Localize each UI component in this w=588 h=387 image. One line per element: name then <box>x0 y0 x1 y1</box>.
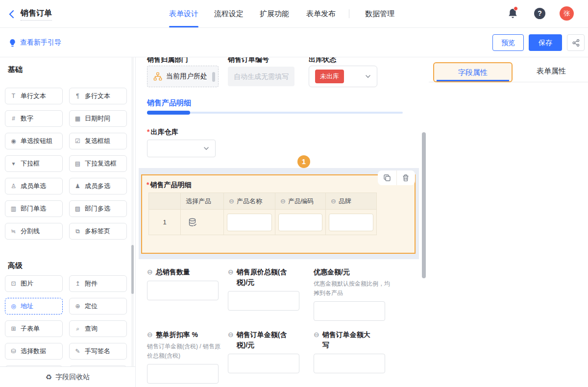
sidebar-item-image[interactable]: ⊡ 图片 <box>5 275 63 292</box>
sidebar-item-radio-group[interactable]: ◉ 单选按钮组 <box>5 133 63 149</box>
sidebar-item-dept-multi[interactable]: ▨ 部门多选 <box>69 200 127 217</box>
tab-field-properties[interactable]: 字段属性 <box>433 62 513 82</box>
save-button[interactable]: 保存 <box>529 34 562 51</box>
subform-column-header[interactable]: ⊖产品名称 <box>224 193 275 210</box>
discount-amount-input[interactable] <box>314 301 385 321</box>
section-divider-title[interactable]: 销售产品明细 <box>147 98 191 108</box>
canvas-scrollbar-thumb[interactable] <box>422 132 426 278</box>
field-discount-amount[interactable]: 优惠金额/元 优惠金额默认按金额比例，均摊到各产品 <box>314 267 398 321</box>
back-button[interactable] <box>8 10 16 19</box>
field-total-qty[interactable]: ⊖总销售数量 <box>147 267 231 300</box>
sidebar-item-select-data[interactable]: ⛁ 选择数据 <box>5 343 63 360</box>
order-amount-input[interactable] <box>228 354 299 373</box>
field-description: 优惠金额默认按金额比例，均摊到各产品 <box>314 279 393 298</box>
database-icon <box>188 218 197 227</box>
tab-form-publish[interactable]: 表单发布 <box>306 0 336 27</box>
formula-icon: ⊖ <box>147 267 153 277</box>
brand-cell-input[interactable] <box>329 214 373 231</box>
subform-column-header[interactable]: 选择产品 <box>181 193 224 210</box>
sidebar-item-address[interactable]: ◎ 地址 <box>5 298 63 314</box>
sidebar-item-member-multi[interactable]: ♟ 成员多选 <box>69 178 127 194</box>
discount-rate-input[interactable] <box>147 364 219 384</box>
order-no-field[interactable]: 自动生成无需填写 <box>228 67 294 86</box>
dept-field-label: 销售归属部门 <box>147 57 188 65</box>
sidebar-item-query[interactable]: ⌕ 查询 <box>69 320 127 337</box>
subform-copy-button[interactable] <box>378 170 396 185</box>
warehouse-select[interactable] <box>147 140 216 157</box>
sidebar-item-subform[interactable]: ⊞ 子表单 <box>5 320 63 337</box>
subform-label: *销售产品明细 <box>147 181 191 190</box>
subform-column-header[interactable]: ⊖品牌 <box>326 193 377 210</box>
member-single-icon: ♙ <box>10 183 17 190</box>
select-product-cell[interactable] <box>181 210 224 235</box>
sidebar-item-single-line-text[interactable]: T 单行文本 <box>5 88 63 104</box>
chevron-down-icon <box>203 145 209 151</box>
sidebar-item-attachment[interactable]: ↥ 附件 <box>69 275 127 292</box>
divider-progress-fill <box>147 111 190 115</box>
query-icon: ⌕ <box>74 325 81 332</box>
sidebar-item-dept-single[interactable]: ▥ 部门单选 <box>5 200 63 217</box>
page-title[interactable]: 销售订单 <box>21 8 52 21</box>
sidebar-scrollbar-track[interactable] <box>131 57 134 387</box>
product-name-cell-input[interactable] <box>227 214 272 231</box>
total-qty-input[interactable] <box>147 281 219 300</box>
tab-flow-settings[interactable]: 流程设定 <box>214 0 244 27</box>
tab-data-management[interactable]: 数据管理 <box>365 0 394 27</box>
sidebar-item-select[interactable]: ▾ 下拉框 <box>5 155 63 172</box>
sidebar-item-number[interactable]: # 数字 <box>5 110 63 127</box>
chevron-left-icon <box>8 10 16 19</box>
field-recycle-bin[interactable]: ♻ 字段回收站 <box>0 366 135 387</box>
stock-status-select[interactable]: 未出库 <box>309 66 377 87</box>
field-amount-in-words[interactable]: ⊖销售订单金额大写 <box>314 330 398 373</box>
multi-line-text-icon: ¶ <box>74 93 81 99</box>
sidebar-item-signature[interactable]: ✎ 手写签名 <box>69 343 127 360</box>
sidebar-item-location[interactable]: ⊕ 定位 <box>69 298 127 314</box>
product-code-cell <box>275 210 326 235</box>
tab-extensions[interactable]: 扩展功能 <box>260 0 289 27</box>
multi-select-icon: ▤ <box>74 160 81 167</box>
dept-field[interactable]: 当前用户所处 <box>147 66 219 87</box>
preview-button[interactable]: 预览 <box>492 34 524 51</box>
formula-icon: ⊖ <box>228 330 234 350</box>
notification-dot <box>514 6 518 11</box>
sidebar-scrollbar-thumb[interactable] <box>131 245 134 294</box>
formula-icon: ⊖ <box>280 197 286 205</box>
share-button[interactable] <box>567 34 585 51</box>
formula-icon: ⊖ <box>228 267 234 288</box>
help-button[interactable]: ? <box>534 8 545 19</box>
subform-column-header[interactable]: ⊖产品编码 <box>275 193 326 210</box>
sidebar-item-multi-select[interactable]: ▤ 下拉复选框 <box>69 155 127 172</box>
sidebar-item-divider[interactable]: ≒ 分割线 <box>5 223 63 240</box>
row-index-cell: 1 <box>149 210 181 235</box>
sidebar-item-multi-tab[interactable]: ⧉ 多标签页 <box>69 223 127 240</box>
beginner-guide-link[interactable]: 查看新手引导 <box>9 38 61 47</box>
tab-form-properties[interactable]: 表单属性 <box>537 67 566 76</box>
sidebar-item-datetime[interactable]: ▦ 日期时间 <box>69 110 127 127</box>
trash-icon <box>402 174 410 182</box>
order-no-field-label: 销售订单编号 <box>228 57 269 65</box>
subform-delete-button[interactable] <box>396 170 416 185</box>
field-order-amount[interactable]: ⊖销售订单金额(含税)/元 <box>228 330 312 373</box>
sidebar-item-member-single[interactable]: ♙ 成员单选 <box>5 178 63 194</box>
stock-status-field-label: 出库状态 <box>309 57 336 65</box>
select-icon: ▾ <box>10 160 17 167</box>
member-multi-icon: ♟ <box>74 183 81 190</box>
recycle-icon: ♻ <box>46 373 52 382</box>
basic-field-grid: T 单行文本 ¶ 多行文本 # 数字 ▦ 日期时间 ◉ 单选按钮组 ☑ 复选框组… <box>5 88 128 240</box>
subform-actions <box>378 170 415 185</box>
sidebar-item-checkbox-group[interactable]: ☑ 复选框组 <box>69 133 127 149</box>
amount-in-words-input[interactable] <box>314 354 385 373</box>
app-header: 销售订单 表单设计 流程设定 扩展功能 表单发布 数据管理 ? 张 <box>0 0 588 28</box>
gross-total-input[interactable] <box>228 291 299 311</box>
formula-icon: ⊖ <box>229 197 234 205</box>
subform-table: 选择产品⊖产品名称⊖产品编码⊖品牌1 <box>148 193 377 235</box>
product-code-cell-input[interactable] <box>278 214 322 231</box>
field-gross-total[interactable]: ⊖销售原价总额(含税)/元 <box>228 267 312 311</box>
dept-multi-icon: ▨ <box>74 205 81 212</box>
tab-form-design[interactable]: 表单设计 <box>169 0 198 27</box>
sidebar-item-multi-line-text[interactable]: ¶ 多行文本 <box>69 88 127 104</box>
field-discount-rate[interactable]: ⊖整单折扣率 % 销售订单金额(含税) / 销售原价总额(含税) <box>147 330 231 384</box>
row-index-header <box>149 193 181 210</box>
datetime-icon: ▦ <box>74 115 81 122</box>
avatar[interactable]: 张 <box>560 6 574 21</box>
